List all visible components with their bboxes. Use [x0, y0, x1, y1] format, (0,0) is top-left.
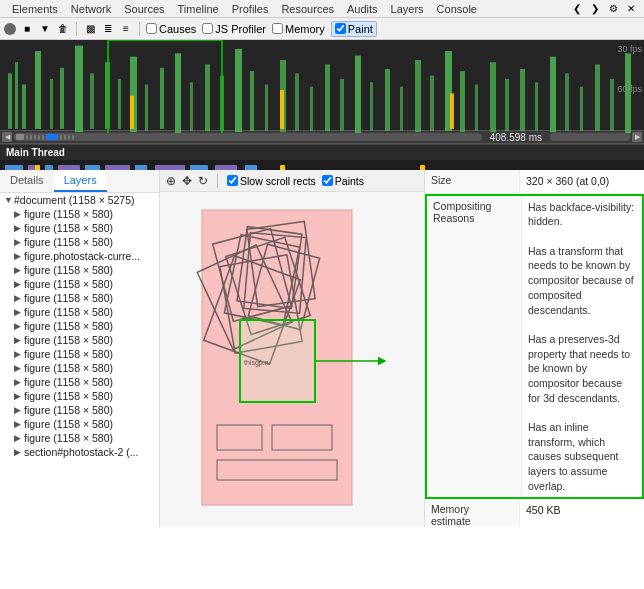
- menu-elements[interactable]: Elements: [6, 2, 64, 16]
- scroll-track[interactable]: [14, 133, 482, 141]
- tree-arrow-icon: ▶: [14, 391, 24, 401]
- svg-rect-25: [355, 56, 361, 134]
- menu-resources[interactable]: Resources: [275, 2, 340, 16]
- tree-item-label: section#photostack-2 (...: [24, 446, 138, 458]
- add-layer-icon[interactable]: ⊕: [166, 174, 176, 188]
- menu-audits[interactable]: Audits: [341, 2, 384, 16]
- svg-rect-1: [15, 62, 18, 129]
- fps-60-label: 60 fps: [617, 84, 642, 94]
- tree-item-label: figure (1158 × 580): [24, 418, 113, 430]
- menu-layers[interactable]: Layers: [385, 2, 430, 16]
- js-profiler-checkbox-label[interactable]: JS Profiler: [202, 23, 266, 35]
- grid-icon[interactable]: ≣: [101, 22, 115, 36]
- tree-item-6[interactable]: ▶ figure (1158 × 580): [0, 291, 159, 305]
- size-value: 320 × 360 (at 0,0): [520, 170, 644, 193]
- causes-checkbox-label[interactable]: Causes: [146, 23, 196, 35]
- separator: [217, 174, 218, 188]
- memory-checkbox-label[interactable]: Memory: [272, 23, 325, 35]
- tree-item-label: figure (1158 × 580): [24, 208, 113, 220]
- tree-arrow-icon: ▶: [14, 419, 24, 429]
- tree-item-2[interactable]: ▶ figure (1158 × 580): [0, 235, 159, 249]
- close-icon[interactable]: ✕: [624, 2, 638, 16]
- causes-label: Causes: [159, 23, 196, 35]
- tree-arrow-icon: ▼: [4, 195, 14, 205]
- tree-item-10[interactable]: ▶ figure (1158 × 580): [0, 347, 159, 361]
- settings-icon[interactable]: ⚙: [606, 2, 620, 16]
- layer-3d-viewport[interactable]: thisgp.n: [160, 192, 424, 527]
- chevron-right-icon[interactable]: ❯: [588, 2, 602, 16]
- chevron-left-icon[interactable]: ❮: [570, 2, 584, 16]
- tree-item-12[interactable]: ▶ figure (1158 × 580): [0, 375, 159, 389]
- stop-icon[interactable]: ■: [20, 22, 34, 36]
- slow-scroll-checkbox-label[interactable]: Slow scroll rects: [227, 175, 316, 187]
- js-profiler-checkbox[interactable]: [202, 23, 213, 34]
- tree-arrow-icon: ▶: [14, 279, 24, 289]
- tree-item-14[interactable]: ▶ figure (1158 × 580): [0, 403, 159, 417]
- svg-rect-3: [35, 51, 41, 129]
- tree-item-9[interactable]: ▶ figure (1158 × 580): [0, 333, 159, 347]
- tree-item-5[interactable]: ▶ figure (1158 × 580): [0, 277, 159, 291]
- panel-tabs: Details Layers: [0, 170, 159, 193]
- svg-rect-67: [35, 165, 40, 170]
- tab-details[interactable]: Details: [0, 170, 54, 192]
- slow-scroll-checkbox[interactable]: [227, 175, 238, 186]
- menu-console[interactable]: Console: [431, 2, 483, 16]
- svg-rect-19: [265, 84, 268, 131]
- paints-checkbox-label[interactable]: Paints: [322, 175, 364, 187]
- tree-item-7[interactable]: ▶ figure (1158 × 580): [0, 305, 159, 319]
- tree-item-8[interactable]: ▶ figure (1158 × 580): [0, 319, 159, 333]
- size-row: Size 320 × 360 (at 0,0): [425, 170, 644, 194]
- bar-chart-icon[interactable]: ▩: [83, 22, 97, 36]
- layer-visualization: thisgp.n: [192, 205, 392, 515]
- tree-item-section[interactable]: ▶ section#photostack-2 (...: [0, 445, 159, 459]
- record-icon[interactable]: [4, 23, 16, 35]
- svg-rect-32: [460, 71, 465, 132]
- tree-item-15[interactable]: ▶ figure (1158 × 580): [0, 417, 159, 431]
- paints-checkbox[interactable]: [322, 175, 333, 186]
- svg-rect-53: [105, 165, 130, 170]
- tree-item-1[interactable]: ▶ figure (1158 × 580): [0, 221, 159, 235]
- tree-arrow-icon: ▶: [14, 223, 24, 233]
- menu-network[interactable]: Network: [65, 2, 117, 16]
- tree-item-11[interactable]: ▶ figure (1158 × 580): [0, 361, 159, 375]
- pan-icon[interactable]: ✥: [182, 174, 192, 188]
- svg-rect-30: [430, 76, 434, 132]
- filter-icon[interactable]: ▼: [38, 22, 52, 36]
- menu-timeline[interactable]: Timeline: [172, 2, 225, 16]
- menu-sources[interactable]: Sources: [118, 2, 170, 16]
- tree-item-document[interactable]: ▼ #document (1158 × 5275): [0, 193, 159, 207]
- tree-item-3[interactable]: ▶ figure.photostack-curre...: [0, 249, 159, 263]
- svg-rect-17: [235, 49, 242, 132]
- tree-item-16[interactable]: ▶ figure (1158 × 580): [0, 431, 159, 445]
- tree-item-0[interactable]: ▶ figure (1158 × 580): [0, 207, 159, 221]
- tree-item-label: figure (1158 × 580): [24, 236, 113, 248]
- paint-checkbox[interactable]: [335, 23, 346, 34]
- svg-rect-48: [5, 165, 23, 170]
- tree-item-label: figure (1158 × 580): [24, 404, 113, 416]
- properties-panel: Size 320 × 360 (at 0,0) Compositing Reas…: [424, 170, 644, 527]
- svg-rect-9: [118, 79, 121, 129]
- memory-value: 450 KB: [520, 499, 644, 527]
- flame-chart: [0, 160, 644, 170]
- tree-arrow-icon: ▶: [14, 405, 24, 415]
- rotate-icon[interactable]: ↻: [198, 174, 208, 188]
- svg-rect-34: [490, 62, 496, 132]
- timeline-area: 30 fps 60 fps: [0, 40, 644, 170]
- memory-checkbox[interactable]: [272, 23, 283, 34]
- list-icon[interactable]: ≡: [119, 22, 133, 36]
- svg-rect-42: [610, 79, 614, 131]
- tree-arrow-icon: ▶: [14, 265, 24, 275]
- causes-checkbox[interactable]: [146, 23, 157, 34]
- tree-item-13[interactable]: ▶ figure (1158 × 580): [0, 389, 159, 403]
- scroll-track-right[interactable]: [550, 133, 630, 141]
- tab-layers[interactable]: Layers: [54, 170, 107, 192]
- bottom-panel: Details Layers ▼ #document (1158 × 5275)…: [0, 170, 644, 527]
- paint-checkbox-label[interactable]: Paint: [331, 21, 377, 37]
- tree-item-label: figure (1158 × 580): [24, 348, 113, 360]
- trash-icon[interactable]: 🗑: [56, 22, 70, 36]
- tree-arrow-icon: ▶: [14, 321, 24, 331]
- timeline-chart: [0, 40, 644, 140]
- tree-arrow-icon: ▶: [14, 307, 24, 317]
- menu-profiles[interactable]: Profiles: [226, 2, 275, 16]
- tree-item-4[interactable]: ▶ figure (1158 × 580): [0, 263, 159, 277]
